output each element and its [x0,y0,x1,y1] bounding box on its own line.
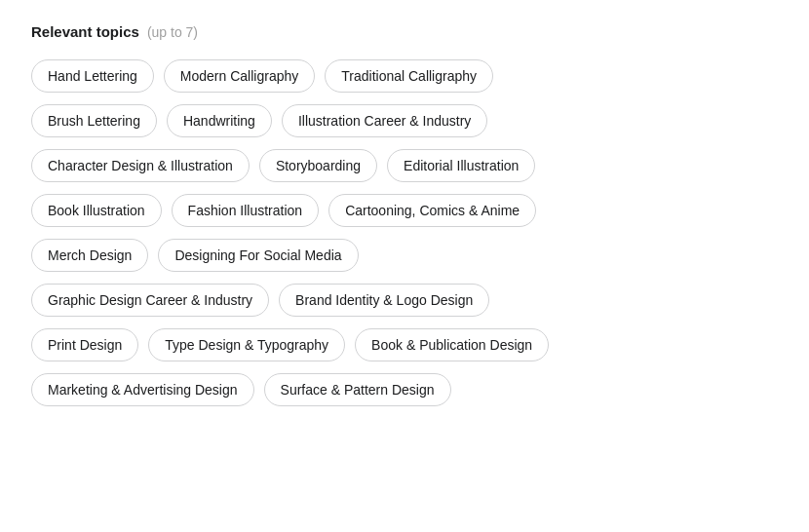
section-subtitle: (up to 7) [147,24,198,40]
relevant-topics-section: Relevant topics (up to 7) Hand Lettering… [31,23,778,406]
topic-chip[interactable]: Book Illustration [31,194,162,227]
topic-chip[interactable]: Storyboarding [259,149,377,182]
section-title: Relevant topics [31,23,139,40]
topic-chip[interactable]: Illustration Career & Industry [282,104,487,137]
topic-chip[interactable]: Book & Publication Design [355,328,549,361]
topics-row-2: Character Design & IllustrationStoryboar… [31,149,778,182]
topic-chip[interactable]: Character Design & Illustration [31,149,250,182]
topic-chip[interactable]: Brush Lettering [31,104,157,137]
topics-row-1: Brush LetteringHandwritingIllustration C… [31,104,778,137]
topic-chip[interactable]: Cartooning, Comics & Anime [328,194,536,227]
topic-chip[interactable]: Hand Lettering [31,59,154,93]
topics-row-3: Book IllustrationFashion IllustrationCar… [31,194,778,227]
topics-row-4: Merch DesignDesigning For Social Media [31,239,778,272]
topic-chip[interactable]: Print Design [31,328,138,361]
topic-chip[interactable]: Fashion Illustration [172,194,320,227]
topic-chip[interactable]: Marketing & Advertising Design [31,373,254,406]
topic-chip[interactable]: Editorial Illustration [387,149,535,182]
topic-chip[interactable]: Designing For Social Media [158,239,358,272]
section-header: Relevant topics (up to 7) [31,23,778,40]
topic-chip[interactable]: Surface & Pattern Design [264,373,451,406]
topic-chip[interactable]: Handwriting [167,104,272,137]
topic-chip[interactable]: Merch Design [31,239,148,272]
topic-chip[interactable]: Brand Identity & Logo Design [279,284,489,317]
topic-chip[interactable]: Graphic Design Career & Industry [31,284,269,317]
topics-row-0: Hand LetteringModern CalligraphyTraditio… [31,59,778,93]
topic-chip[interactable]: Modern Calligraphy [164,59,315,93]
topics-grid: Hand LetteringModern CalligraphyTraditio… [31,59,778,406]
topic-chip[interactable]: Type Design & Typography [148,328,345,361]
topics-row-6: Print DesignType Design & TypographyBook… [31,328,778,361]
topic-chip[interactable]: Traditional Calligraphy [325,59,493,93]
topics-row-7: Marketing & Advertising DesignSurface & … [31,373,778,406]
topics-row-5: Graphic Design Career & IndustryBrand Id… [31,284,778,317]
